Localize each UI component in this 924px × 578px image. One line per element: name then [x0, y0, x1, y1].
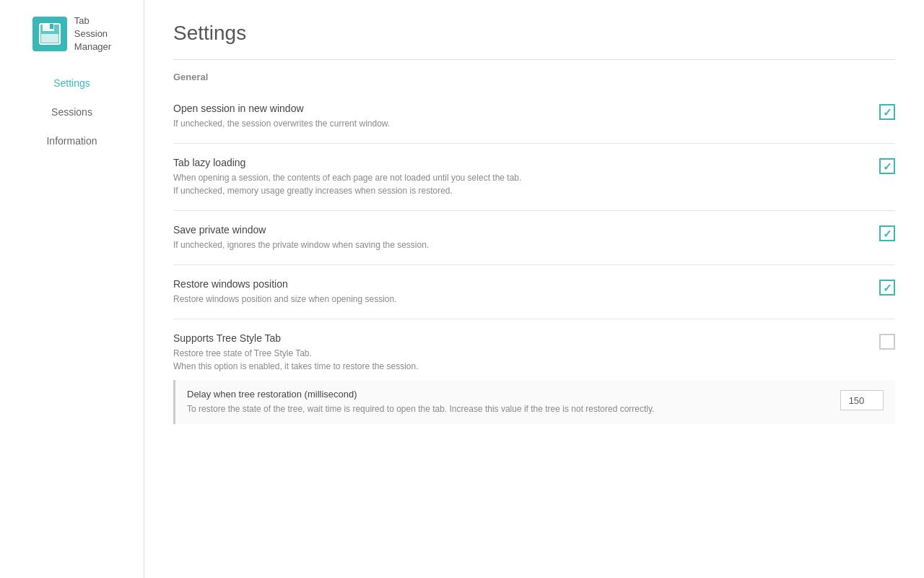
setting-tab-lazy-text: Tab lazy loading When opening a session,… — [173, 157, 879, 197]
app-logo-icon — [32, 17, 67, 51]
setting-save-private-title: Save private window — [173, 224, 858, 236]
save-private-checkbox[interactable] — [879, 225, 895, 241]
setting-restore-position: Restore windows position Restore windows… — [173, 265, 895, 319]
sidebar: Tab Session Manager Settings Sessions In… — [0, 0, 144, 578]
setting-open-session-desc: If unchecked, the session overwrites the… — [173, 117, 858, 130]
title-divider — [173, 59, 895, 60]
sidebar-item-sessions[interactable]: Sessions — [0, 98, 144, 126]
page-title: Settings — [173, 22, 895, 45]
sub-setting-delay: Delay when tree restoration (millisecond… — [173, 380, 895, 424]
sidebar-nav: Settings Sessions Information — [0, 69, 144, 155]
setting-save-private-desc: If unchecked, ignores the private window… — [173, 238, 858, 251]
setting-tab-lazy: Tab lazy loading When opening a session,… — [173, 144, 895, 211]
sidebar-item-information[interactable]: Information — [0, 126, 144, 155]
restore-position-checkbox[interactable] — [879, 280, 895, 296]
setting-tab-lazy-desc2: If unchecked, memory usage greatly incre… — [173, 184, 858, 197]
setting-tree-style-text: Supports Tree Style Tab Restore tree sta… — [173, 332, 879, 373]
sub-setting-delay-desc: To restore the state of the tree, wait t… — [187, 402, 826, 415]
tree-style-checkbox[interactable] — [879, 334, 895, 350]
setting-tree-style-desc2: When this option is enabled, it takes ti… — [173, 360, 858, 373]
setting-save-private-control — [879, 224, 895, 241]
tab-lazy-checkbox[interactable] — [879, 158, 895, 174]
sidebar-item-settings[interactable]: Settings — [0, 69, 144, 98]
sub-setting-delay-text: Delay when tree restoration (millisecond… — [187, 389, 840, 415]
setting-save-private: Save private window If unchecked, ignore… — [173, 211, 895, 265]
open-session-checkbox[interactable] — [879, 104, 895, 120]
setting-tab-lazy-desc1: When opening a session, the contents of … — [173, 171, 858, 184]
setting-restore-position-desc: Restore windows position and size when o… — [173, 293, 858, 306]
sub-setting-delay-title: Delay when tree restoration (millisecond… — [187, 389, 826, 400]
svg-rect-4 — [50, 24, 53, 29]
logo-area[interactable]: Tab Session Manager — [25, 7, 118, 69]
setting-tab-lazy-control — [879, 157, 895, 174]
setting-restore-position-text: Restore windows position Restore windows… — [173, 278, 879, 306]
setting-save-private-text: Save private window If unchecked, ignore… — [173, 224, 879, 251]
setting-open-session-title: Open session in new window — [173, 103, 858, 114]
setting-open-session-control — [879, 103, 895, 120]
setting-tree-style-control — [879, 332, 895, 350]
setting-tab-lazy-title: Tab lazy loading — [173, 157, 858, 168]
setting-restore-position-control — [879, 278, 895, 296]
setting-open-session: Open session in new window If unchecked,… — [173, 90, 895, 144]
app-name-text: Tab Session Manager — [74, 14, 111, 54]
setting-tree-style-title: Supports Tree Style Tab — [173, 332, 858, 344]
setting-restore-position-title: Restore windows position — [173, 278, 858, 290]
setting-tree-style-desc1: Restore tree state of Tree Style Tab. — [173, 347, 858, 360]
main-content: Settings General Open session in new win… — [144, 0, 924, 578]
setting-tree-style: Supports Tree Style Tab Restore tree sta… — [173, 319, 895, 437]
setting-open-session-text: Open session in new window If unchecked,… — [173, 103, 879, 130]
sub-setting-delay-row: Delay when tree restoration (millisecond… — [187, 389, 884, 415]
section-general-label: General — [173, 72, 895, 82]
setting-tree-style-header: Supports Tree Style Tab Restore tree sta… — [173, 332, 895, 373]
delay-value-input[interactable] — [840, 390, 884, 410]
sub-setting-delay-control — [840, 389, 884, 410]
svg-rect-3 — [41, 34, 58, 43]
